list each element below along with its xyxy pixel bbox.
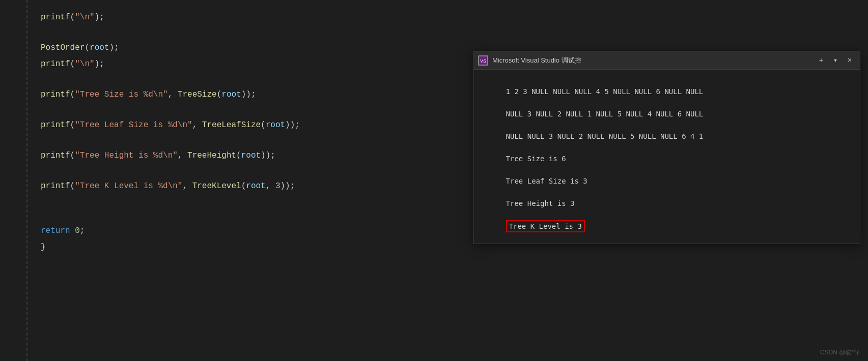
code-text: printf("Tree Leaf Size is %d\n", TreeLea… — [31, 118, 300, 132]
popup-controls: + ▾ × — [815, 54, 856, 67]
code-text: printf("Tree Height is %d\n", TreeHeight… — [31, 148, 275, 163]
debug-popup: VS Microsoft Visual Studio 调试控 + ▾ × 1 2… — [473, 51, 860, 244]
output-line-4: Tree Size is 6 — [506, 155, 566, 163]
output-text: 1 2 3 NULL NULL NULL 4 5 NULL NULL 6 NUL… — [480, 75, 854, 244]
output-line-3: NULL NULL 3 NULL 2 NULL NULL 5 NULL NULL… — [506, 132, 704, 140]
empty-line — [31, 25, 868, 40]
code-text: PostOrder(root); — [31, 41, 119, 55]
watermark: CSDN @彼*仔 — [820, 348, 860, 357]
code-text: printf("Tree K Level is %d\n", TreeKLeve… — [31, 179, 295, 193]
close-button[interactable]: × — [844, 54, 856, 67]
output-highlighted-line: Tree K Level is 3 — [506, 220, 585, 232]
popup-titlebar: VS Microsoft Visual Studio 调试控 + ▾ × — [474, 51, 860, 70]
left-border — [26, 0, 27, 361]
code-text: printf("\n"); — [31, 57, 104, 71]
dropdown-button[interactable]: ▾ — [829, 54, 842, 67]
popup-title: Microsoft Visual Studio 调试控 — [492, 56, 811, 65]
code-text: printf("\n"); — [31, 10, 104, 24]
popup-content[interactable]: 1 2 3 NULL NULL NULL 4 5 NULL NULL 6 NUL… — [474, 70, 860, 244]
output-line-2: NULL 3 NULL 2 NULL 1 NULL 5 NULL 4 NULL … — [506, 110, 704, 118]
code-text: } — [31, 240, 46, 254]
output-line-1: 1 2 3 NULL NULL NULL 4 5 NULL NULL 6 NUL… — [506, 87, 704, 96]
code-line: printf("\n"); — [31, 9, 868, 25]
output-line-5: Tree Leaf Size is 3 — [506, 177, 587, 185]
code-text: printf("Tree Size is %d\n", TreeSize(roo… — [31, 87, 256, 102]
output-line-6: Tree Height is 3 — [506, 199, 575, 207]
svg-text:VS: VS — [480, 58, 486, 64]
code-text: return 0; — [31, 224, 85, 238]
add-tab-button[interactable]: + — [815, 54, 827, 67]
vs-icon: VS — [478, 55, 488, 66]
